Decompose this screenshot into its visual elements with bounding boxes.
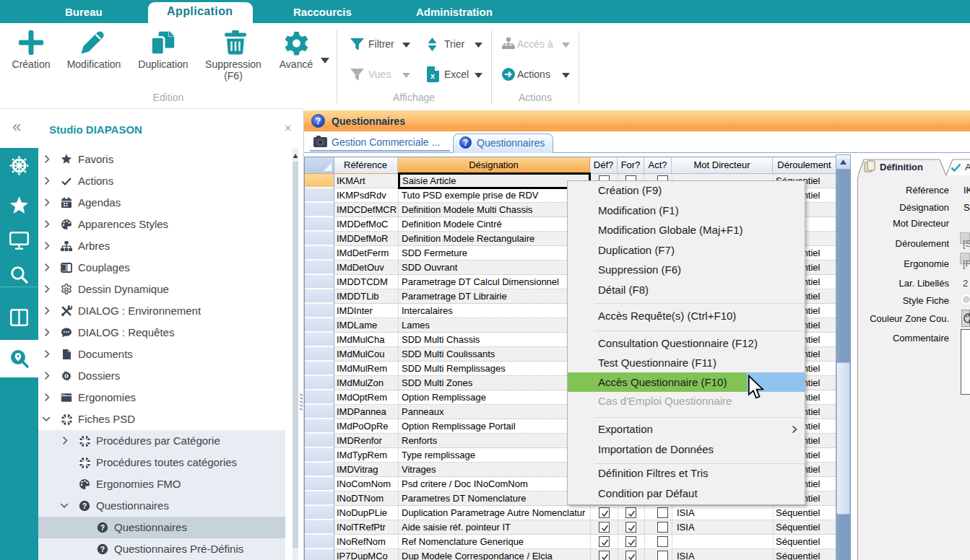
svg-text:x: x: [430, 71, 436, 80]
